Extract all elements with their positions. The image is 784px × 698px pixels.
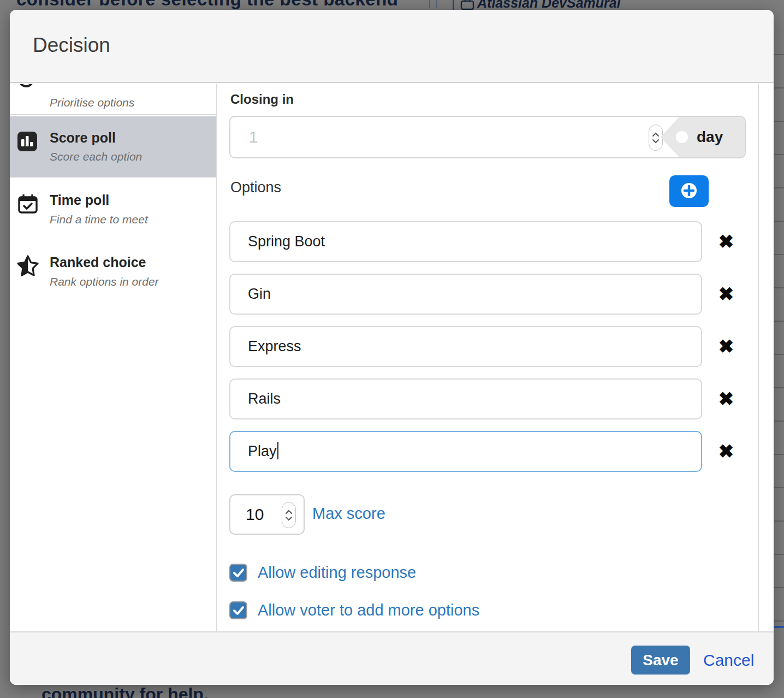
plus-circle-icon — [679, 181, 699, 202]
x-icon: ✖ — [718, 388, 734, 409]
sidebar-item-subtitle: Score each option — [50, 150, 142, 163]
background-page-text: community for help. — [41, 684, 209, 698]
remove-option-button[interactable]: ✖ — [714, 334, 738, 358]
bar-chart-icon — [17, 131, 38, 154]
option-input[interactable]: Rails — [229, 378, 702, 419]
option-input[interactable]: Spring Boot — [229, 221, 702, 262]
text-cursor — [277, 442, 278, 459]
sidebar-item-score-poll[interactable]: Score poll Score each option — [10, 116, 216, 178]
sidebar-item-prioritise[interactable]: Prioritise options — [10, 84, 216, 115]
max-score-value: 10 — [246, 495, 264, 534]
allow-add-options-checkbox[interactable] — [229, 601, 247, 619]
background-table-rows — [774, 22, 784, 628]
closing-in-label: Closing in — [230, 92, 294, 107]
sidebar-item-time-poll[interactable]: Time poll Find a time to meet — [10, 191, 216, 251]
background-page-text: Atlassian DevSamurai — [477, 0, 621, 11]
sidebar-item-title: Score poll — [50, 130, 116, 146]
x-icon: ✖ — [718, 441, 734, 462]
number-stepper[interactable] — [649, 125, 663, 151]
max-score-label: Max score — [312, 505, 385, 523]
closing-in-input[interactable]: 1 — [230, 117, 662, 157]
poll-type-sidebar: Prioritise options Score poll Score each… — [10, 84, 217, 631]
x-icon: ✖ — [718, 336, 734, 357]
duration-unit-select[interactable]: day — [661, 117, 745, 157]
divider — [758, 84, 759, 631]
x-icon: ✖ — [718, 231, 734, 252]
max-score-field[interactable]: 10 — [229, 494, 305, 535]
tag-hole — [676, 131, 688, 143]
option-input[interactable]: Express — [229, 326, 702, 367]
background-page-text: consider before selecting the best backe… — [16, 0, 399, 10]
checkbox-label[interactable]: Allow editing response — [258, 564, 416, 582]
sidebar-item-subtitle: Rank options in order — [50, 275, 159, 288]
remove-option-button[interactable]: ✖ — [714, 282, 738, 306]
star-half-icon — [16, 255, 40, 280]
sidebar-item-title: Time poll — [50, 192, 109, 208]
modal-header: Decision — [10, 10, 774, 83]
remove-option-button[interactable]: ✖ — [714, 387, 738, 411]
sidebar-item-title: Ranked choice — [50, 255, 146, 270]
background-table-border — [429, 0, 430, 8]
option-input-focused[interactable]: Play — [229, 431, 702, 472]
cancel-button[interactable]: Cancel — [703, 651, 754, 670]
remove-option-button[interactable]: ✖ — [714, 439, 738, 463]
poll-settings-panel: 52/500 Closing in 1 day Options Spring B… — [218, 84, 758, 631]
duration-unit-value: day — [697, 117, 723, 157]
closing-in-field: 1 day — [229, 116, 746, 158]
option-input[interactable]: Gin — [229, 274, 702, 315]
modal-footer: Save Cancel — [10, 631, 774, 685]
background-table-border — [436, 0, 437, 8]
background-table-selection-line — [774, 626, 784, 628]
clock-icon — [17, 84, 37, 92]
options-label: Options — [230, 179, 281, 196]
save-button[interactable]: Save — [631, 646, 690, 675]
allow-editing-checkbox[interactable] — [229, 564, 247, 582]
x-icon: ✖ — [718, 283, 734, 304]
sidebar-item-subtitle: Find a time to meet — [50, 213, 148, 226]
calendar-check-icon — [17, 193, 39, 217]
sidebar-item-subtitle: Prioritise options — [50, 96, 134, 109]
add-option-button[interactable] — [669, 175, 709, 207]
sidebar-item-ranked-choice[interactable]: Ranked choice Rank options in order — [10, 253, 216, 313]
checkbox-label[interactable]: Allow voter to add more options — [258, 601, 479, 619]
decision-modal: Decision Prioritise options Score poll S… — [10, 10, 774, 685]
modal-title: Decision — [33, 34, 110, 57]
remove-option-button[interactable]: ✖ — [714, 229, 738, 253]
number-stepper[interactable] — [282, 502, 296, 528]
